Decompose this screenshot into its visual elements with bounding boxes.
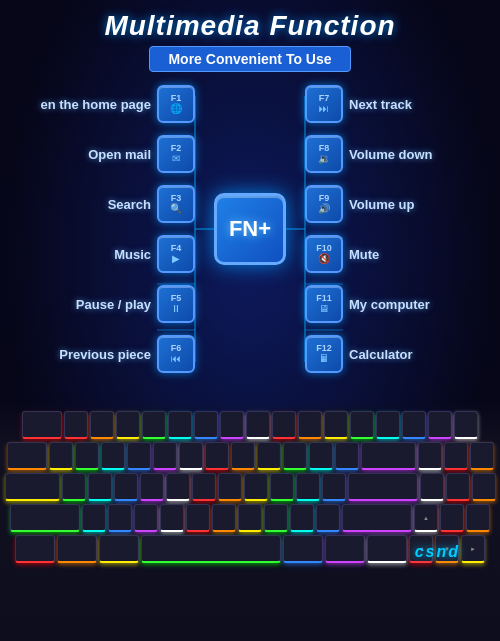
keyboard-row-4: ▲ [5,504,495,532]
brand-label: csnd [415,543,460,561]
key-lshift [10,504,80,532]
key-f7: F7 ⏭ [305,85,343,123]
item-f7: F7 ⏭ Next track [300,82,500,126]
key-u [205,442,229,470]
key-f8: F8 🔉 [305,135,343,173]
key-x [108,504,132,532]
key-s [88,473,112,501]
key-up: ▲ [414,504,438,532]
key-caps [5,473,60,501]
key-num6 [472,473,496,501]
key-f4: F4 ▶ [157,235,195,273]
key-f6: F6 ⏮ [157,335,195,373]
key-enter-top [361,442,416,470]
key-num5 [446,473,470,501]
key-enter [348,473,418,501]
key-end [444,442,468,470]
key-q [49,442,73,470]
key-7 [220,411,244,439]
key-k [244,473,268,501]
item-f9-label: Volume up [349,197,414,212]
key-pgdn [470,442,494,470]
item-f12-label: Calculator [349,347,413,362]
key-9 [272,411,296,439]
item-f8-label: Volume down [349,147,433,162]
keyboard-section: ▲ ◄ ▼ ► csnd [0,401,500,641]
key-f12: F12 🖩 [305,335,343,373]
key-f9: F9 🔊 [305,185,343,223]
key-p [283,442,307,470]
key-f [140,473,164,501]
key-space [141,535,281,563]
item-f10-label: Mute [349,247,379,262]
item-f1: en the home page F1 🌐 [0,82,200,126]
item-f2-label: Open mail [88,147,151,162]
keyboard-row-3 [5,473,495,501]
key-h [192,473,216,501]
subtitle-box: More Convenient To Use [149,46,350,72]
key-0 [298,411,322,439]
key-rshift [342,504,412,532]
key-equal [350,411,374,439]
item-f9: F9 🔊 Volume up [300,182,500,226]
keyboard-row-1 [5,411,495,439]
item-f11-label: My computer [349,297,430,312]
key-pgup [454,411,478,439]
key-z [82,504,106,532]
item-f12: F12 🖩 Calculator [300,332,500,376]
key-home [428,411,452,439]
key-tab [7,442,47,470]
key-dot [290,504,314,532]
key-num2 [466,504,490,532]
key-m [238,504,262,532]
key-l [270,473,294,501]
key-o [257,442,281,470]
key-quote [322,473,346,501]
key-slash [316,504,340,532]
keyboard-row-2 [5,442,495,470]
item-f5-label: Pause / play [76,297,151,312]
item-f11: F11 🖥 My computer [300,282,500,326]
item-f4: Music F4 ▶ [0,232,200,276]
key-esc [22,411,62,439]
main-title: Multimedia Function [0,10,500,42]
right-column: F7 ⏭ Next track F8 🔉 Volume down F9 🔊 Vo… [300,74,500,384]
item-f4-label: Music [114,247,151,262]
key-t [153,442,177,470]
item-f1-label: en the home page [40,97,151,112]
key-e [101,442,125,470]
fn-center-button: FN+ [214,193,286,265]
key-back [376,411,400,439]
keyboard-display: ▲ ◄ ▼ ► [5,401,495,563]
key-1 [64,411,88,439]
key-f1: F1 🌐 [157,85,195,123]
item-f5: Pause / play F5 ⏸ [0,282,200,326]
left-column: en the home page F1 🌐 Open mail F2 ✉ Sea… [0,74,200,384]
title-section: Multimedia Function More Convenient To U… [0,0,500,72]
key-6 [194,411,218,439]
key-f5: F5 ⏸ [157,285,195,323]
item-f6: Previous piece F6 ⏮ [0,332,200,376]
key-fn [325,535,365,563]
key-3 [116,411,140,439]
key-5 [168,411,192,439]
key-comma [264,504,288,532]
key-v [160,504,184,532]
item-f2: Open mail F2 ✉ [0,132,200,176]
key-num1 [440,504,464,532]
item-f3: Search F3 🔍 [0,182,200,226]
key-b [186,504,210,532]
item-f10: F10 🔇 Mute [300,232,500,276]
key-minus [324,411,348,439]
key-f11: F11 🖥 [305,285,343,323]
key-rbracket [335,442,359,470]
key-c [134,504,158,532]
key-f2: F2 ✉ [157,135,195,173]
key-num4 [420,473,444,501]
key-ralt [283,535,323,563]
key-g [166,473,190,501]
key-ins [402,411,426,439]
key-2 [90,411,114,439]
item-f3-label: Search [108,197,151,212]
key-n [212,504,236,532]
